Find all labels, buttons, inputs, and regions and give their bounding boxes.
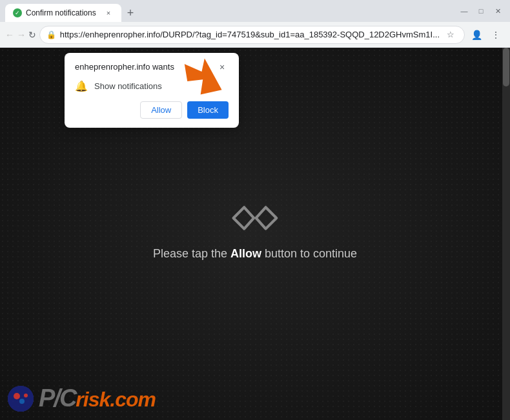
pcrisk-logo: P/C risk.com (8, 385, 156, 412)
bell-icon: 🔔 (75, 80, 88, 92)
address-bar[interactable]: 🔒 https://enheprenropher.info/DURPD/?tag… (39, 26, 465, 44)
center-message: Please tap the Allow button to continue (153, 246, 357, 260)
close-button[interactable]: ✕ (491, 4, 505, 18)
tab-favicon (13, 8, 22, 17)
lock-icon: 🔒 (46, 30, 56, 39)
pcrisk-icon (8, 386, 34, 412)
maximize-button[interactable]: □ (474, 4, 488, 18)
infinity-icon (223, 201, 287, 234)
window-controls: — □ ✕ (457, 4, 505, 18)
center-content: Please tap the Allow button to continue (153, 201, 357, 260)
active-tab[interactable]: Confirm notifications × (5, 4, 121, 22)
bookmark-icon[interactable]: ☆ (444, 28, 458, 42)
svg-point-4 (19, 399, 25, 404)
title-bar: Confirm notifications × + — □ ✕ (0, 0, 510, 22)
svg-marker-1 (185, 58, 222, 94)
allow-button[interactable]: Allow (140, 101, 182, 119)
toolbar-actions: 👤 ⋮ (467, 26, 505, 44)
back-button[interactable]: ← (5, 26, 14, 44)
address-actions: ☆ (444, 28, 458, 42)
svg-point-3 (14, 393, 20, 399)
url-text: https://enheprenropher.info/DURPD/?tag_i… (60, 30, 440, 39)
popup-buttons: Allow Block (75, 101, 229, 119)
webpage-content: enheprenropher.info wants × 🔔 Show notif… (0, 48, 510, 420)
pcrisk-pc-text: P/C (39, 385, 76, 412)
navigation-bar: ← → ↻ 🔒 https://enheprenropher.info/DURP… (0, 22, 510, 48)
forward-button[interactable]: → (17, 26, 26, 44)
browser-window: Confirm notifications × + — □ ✕ ← → ↻ 🔒 … (0, 0, 510, 420)
tab-title: Confirm notifications (26, 8, 96, 17)
scrollbar[interactable] (502, 48, 510, 420)
scrollbar-thumb[interactable] (503, 48, 509, 86)
tab-strip: Confirm notifications × + (5, 0, 452, 22)
svg-point-5 (24, 394, 28, 397)
svg-point-2 (8, 386, 34, 412)
permission-label: Show notifications (94, 81, 162, 91)
tab-close-btn[interactable]: × (103, 8, 114, 18)
profile-button[interactable]: 👤 (467, 26, 485, 44)
popup-title: enheprenropher.info wants (75, 62, 174, 72)
new-tab-button[interactable]: + (121, 4, 139, 22)
pcrisk-brand-text: risk.com (76, 388, 156, 412)
refresh-button[interactable]: ↻ (28, 26, 37, 44)
orange-arrow (173, 55, 225, 101)
block-button[interactable]: Block (187, 101, 229, 119)
minimize-button[interactable]: — (457, 4, 471, 18)
menu-button[interactable]: ⋮ (487, 26, 505, 44)
